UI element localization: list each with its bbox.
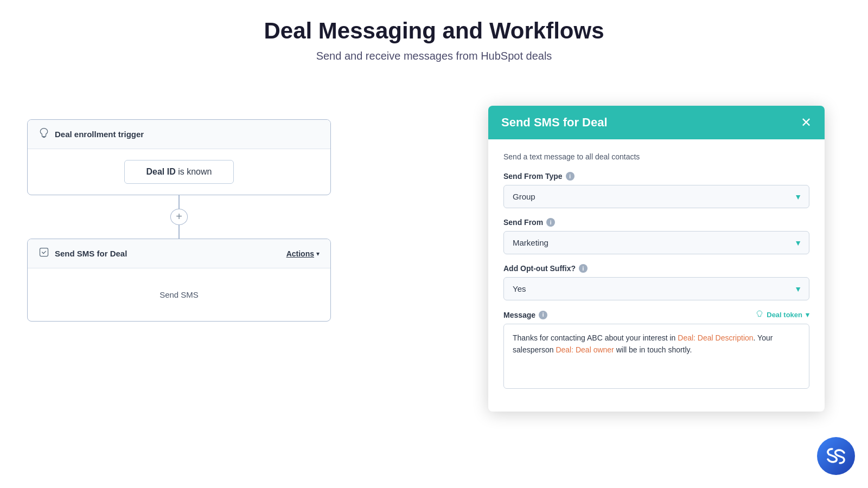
message-field: Message i Deal token ▾ Thanks for contac… bbox=[503, 310, 809, 389]
page-header: Deal Messaging and Workflows Send and re… bbox=[0, 0, 868, 71]
send-from-type-field: Send From Type i Group Individual User ▼ bbox=[503, 172, 809, 208]
opt-out-field: Add Opt-out Suffix? i Yes No ▼ bbox=[503, 264, 809, 300]
condition-rest: is known bbox=[176, 167, 212, 176]
panel-title: Send SMS for Deal bbox=[501, 115, 608, 130]
send-from-type-select[interactable]: Group Individual User bbox=[503, 185, 809, 208]
send-from-field: Send From i Marketing Sales Support ▼ bbox=[503, 218, 809, 254]
message-end: will be in touch shortly. bbox=[614, 345, 692, 354]
trigger-label: Deal enrollment trigger bbox=[55, 130, 144, 139]
send-from-info-icon[interactable]: i bbox=[546, 218, 555, 227]
actions-menu[interactable]: Actions ▾ bbox=[286, 249, 320, 258]
condition-bold: Deal ID bbox=[146, 167, 176, 176]
connector: + bbox=[170, 195, 188, 239]
trigger-node-header: Deal enrollment trigger bbox=[28, 120, 330, 149]
deal-token-icon bbox=[756, 310, 763, 319]
send-from-select[interactable]: Marketing Sales Support bbox=[503, 231, 809, 254]
deal-token-chevron-icon: ▾ bbox=[806, 311, 809, 319]
message-label: Message i bbox=[503, 311, 547, 319]
deal-token-button[interactable]: Deal token ▾ bbox=[756, 310, 809, 319]
action-icon bbox=[39, 247, 49, 260]
send-sms-panel: Send SMS for Deal ✕ Send a text message … bbox=[488, 106, 825, 412]
close-button[interactable]: ✕ bbox=[801, 116, 812, 129]
logo-badge bbox=[817, 437, 855, 475]
message-content[interactable]: Thanks for contacting ABC about your int… bbox=[503, 324, 809, 389]
opt-out-label: Add Opt-out Suffix? i bbox=[503, 264, 809, 273]
send-from-type-info-icon[interactable]: i bbox=[566, 172, 575, 181]
trigger-node: Deal enrollment trigger Deal ID is known bbox=[27, 119, 331, 195]
page-title: Deal Messaging and Workflows bbox=[0, 17, 868, 44]
action-body-text: Send SMS bbox=[149, 279, 209, 310]
panel-body: Send a text message to all deal contacts… bbox=[488, 139, 825, 412]
condition-badge: Deal ID is known bbox=[124, 160, 234, 184]
trigger-node-body: Deal ID is known bbox=[28, 149, 330, 195]
opt-out-select[interactable]: Yes No bbox=[503, 277, 809, 300]
message-info-icon[interactable]: i bbox=[539, 311, 547, 319]
svg-point-1 bbox=[817, 437, 855, 475]
send-from-type-select-wrapper: Group Individual User ▼ bbox=[503, 185, 809, 208]
add-step-button[interactable]: + bbox=[170, 209, 188, 224]
action-node: Send SMS for Deal Actions ▾ Send SMS bbox=[27, 239, 331, 322]
actions-link[interactable]: Actions bbox=[286, 249, 314, 258]
actions-dropdown-icon: ▾ bbox=[316, 250, 320, 258]
message-plain-start: Thanks for contacting ABC about your int… bbox=[513, 333, 678, 342]
panel-header: Send SMS for Deal ✕ bbox=[488, 106, 825, 139]
action-node-header: Send SMS for Deal Actions ▾ bbox=[28, 239, 330, 268]
svg-rect-0 bbox=[40, 248, 48, 256]
message-token-1: Deal: Deal Description bbox=[678, 333, 753, 342]
message-token-2: Deal: Deal owner bbox=[556, 345, 614, 354]
action-node-body: Send SMS bbox=[28, 268, 330, 321]
send-from-type-label: Send From Type i bbox=[503, 172, 809, 181]
workflow-canvas: Deal enrollment trigger Deal ID is known… bbox=[0, 87, 358, 488]
panel-description: Send a text message to all deal contacts bbox=[503, 152, 809, 161]
page-subtitle: Send and receive messages from HubSpot d… bbox=[0, 50, 868, 62]
connector-line-top bbox=[178, 195, 180, 209]
trigger-icon bbox=[39, 127, 49, 141]
connector-line-bottom bbox=[178, 225, 180, 239]
opt-out-select-wrapper: Yes No ▼ bbox=[503, 277, 809, 300]
send-from-label: Send From i bbox=[503, 218, 809, 227]
opt-out-info-icon[interactable]: i bbox=[579, 264, 588, 273]
send-from-select-wrapper: Marketing Sales Support ▼ bbox=[503, 231, 809, 254]
action-label: Send SMS for Deal bbox=[55, 249, 127, 258]
message-row: Message i Deal token ▾ bbox=[503, 310, 809, 319]
